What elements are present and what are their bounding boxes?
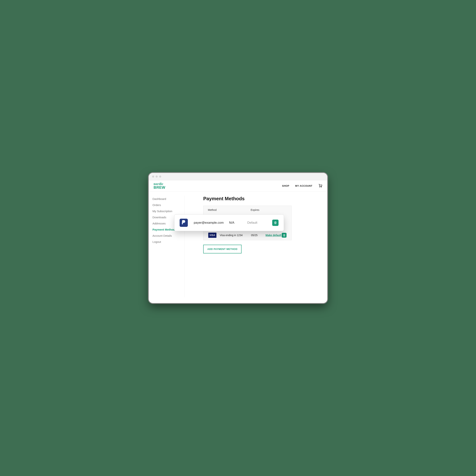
visa-icon: VISA bbox=[208, 233, 216, 238]
sidebar-item-label: Payment Methods bbox=[153, 228, 176, 231]
sidebar-item-label: Downloads bbox=[153, 216, 166, 219]
svg-point-0 bbox=[320, 187, 320, 187]
sidebar-item-orders[interactable]: Orders bbox=[152, 202, 182, 208]
add-payment-method-button[interactable]: ADD PAYMENT METHOD bbox=[203, 245, 241, 254]
brand-logo-bottom: BREW bbox=[153, 186, 165, 189]
paypal-icon bbox=[180, 219, 188, 227]
cart-icon[interactable] bbox=[318, 184, 323, 188]
window-dot-close[interactable] bbox=[152, 175, 154, 178]
table-row-visa: VISA Visa ending in 1234 05/25 Make defa… bbox=[204, 230, 291, 240]
visa-description: Visa ending in 1234 bbox=[220, 234, 251, 237]
svg-point-1 bbox=[321, 187, 322, 187]
top-nav: SHOP MY ACCOUNT bbox=[282, 184, 323, 188]
sidebar-item-subscription[interactable]: My Subscription bbox=[152, 208, 182, 214]
delete-visa-button[interactable] bbox=[282, 233, 287, 238]
sidebar-item-logout[interactable]: Logout bbox=[152, 239, 182, 245]
table-row-paypal: payer@example.com N/A Default bbox=[174, 214, 284, 231]
window-dot-min[interactable] bbox=[156, 175, 158, 178]
sidebar-item-dashboard[interactable]: Dashboard bbox=[152, 196, 182, 202]
paypal-default-status: Default bbox=[247, 221, 268, 225]
page-body: Dashboard Orders My Subscription Downloa… bbox=[149, 192, 327, 303]
page-title: Payment Methods bbox=[203, 196, 323, 202]
nav-shop[interactable]: SHOP bbox=[282, 185, 289, 187]
nav-account[interactable]: MY ACCOUNT bbox=[295, 185, 312, 187]
brand-logo[interactable]: nordic BREW bbox=[153, 182, 165, 189]
brand-logo-top: nordic bbox=[153, 182, 165, 186]
main-content: Payment Methods Method Expires VISA Visa… bbox=[185, 196, 323, 298]
visa-expires: 05/25 bbox=[251, 234, 266, 237]
trash-icon bbox=[283, 234, 286, 237]
sidebar-item-label: Account Details bbox=[153, 234, 172, 237]
top-bar: nordic BREW SHOP MY ACCOUNT bbox=[149, 180, 327, 192]
window-dot-max[interactable] bbox=[159, 175, 161, 178]
sidebar-item-label: Dashboard bbox=[153, 197, 166, 201]
trash-icon bbox=[274, 221, 277, 224]
table-header-row: Method Expires bbox=[204, 206, 291, 214]
device-frame: nordic BREW SHOP MY ACCOUNT Dashboard Or… bbox=[149, 173, 327, 303]
sidebar-item-account-details[interactable]: Account Details bbox=[152, 233, 182, 239]
paypal-expires: N/A bbox=[229, 221, 247, 225]
window-titlebar bbox=[149, 173, 327, 180]
paypal-email: payer@example.com bbox=[194, 221, 229, 225]
sidebar-item-label: Logout bbox=[153, 240, 161, 243]
make-default-link[interactable]: Make default bbox=[266, 234, 281, 237]
th-method: Method bbox=[208, 208, 251, 211]
sidebar-item-label: Addresses bbox=[153, 222, 166, 225]
account-sidebar: Dashboard Orders My Subscription Downloa… bbox=[152, 196, 185, 298]
th-expires: Expires bbox=[251, 208, 266, 211]
delete-paypal-button[interactable] bbox=[272, 220, 279, 226]
sidebar-item-label: My Subscription bbox=[153, 210, 172, 213]
sidebar-item-label: Orders bbox=[153, 204, 161, 206]
